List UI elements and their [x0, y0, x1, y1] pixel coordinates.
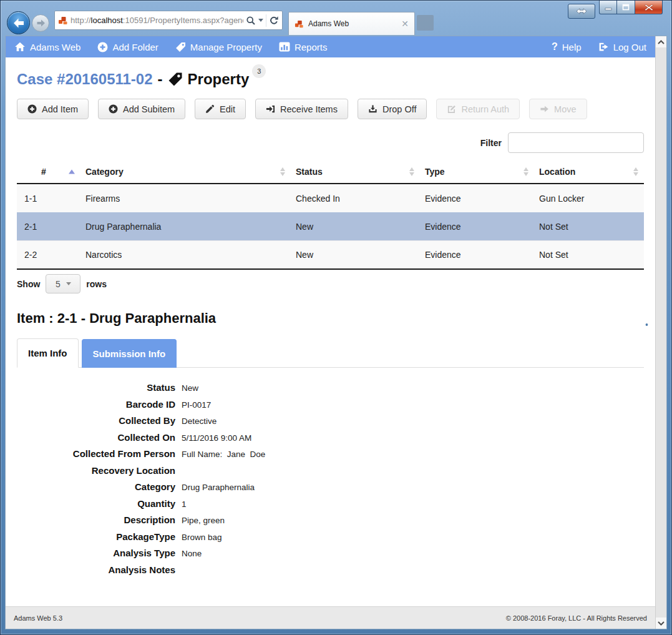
rows-per-page-value: 5: [56, 279, 61, 289]
vertical-scrollbar[interactable]: [655, 36, 666, 629]
add-item-button[interactable]: Add Item: [17, 99, 89, 119]
address-bar-divider: [266, 14, 266, 27]
chevron-up-icon: [658, 40, 665, 44]
scroll-down-button[interactable]: [656, 618, 666, 629]
compatibility-view-button[interactable]: [568, 4, 595, 19]
app-version-text: Adams Web 5.3: [14, 614, 62, 622]
chevron-down-icon: [66, 282, 71, 285]
minimize-button[interactable]: [599, 1, 617, 14]
item-count-badge: 3: [252, 64, 266, 78]
tab-submission-info[interactable]: Submission Info: [82, 339, 177, 368]
detail-row: Collected On 5/11/2016 9:00 AM: [17, 432, 644, 443]
address-dropdown-caret[interactable]: [258, 19, 263, 22]
button-label: Edit: [220, 104, 235, 114]
filter-row: Filter: [17, 132, 644, 153]
table-body: 1-1 Firearms Checked In Evidence Gun Loc…: [17, 184, 644, 270]
navbar-item-label: Manage Property: [190, 42, 262, 52]
detail-label: Collected From Person: [17, 448, 175, 459]
new-tab-stub[interactable]: [417, 15, 434, 31]
rows-per-page-select[interactable]: 5: [46, 274, 80, 293]
refresh-icon[interactable]: [269, 16, 279, 26]
maximize-icon: [622, 4, 630, 11]
table-row[interactable]: 1-1 Firearms Checked In Evidence Gun Loc…: [17, 184, 644, 212]
tab-item-info[interactable]: Item Info: [17, 338, 79, 368]
detail-label: Category: [17, 481, 175, 492]
button-label: Move: [554, 104, 576, 114]
page-title: Case #20160511-02 - Property 3: [17, 71, 644, 88]
back-button[interactable]: [7, 11, 30, 34]
tab-favicon: [295, 19, 304, 29]
navbar-item-reports[interactable]: Reports: [279, 42, 328, 52]
detail-label: PackageType: [17, 531, 175, 542]
receive-items-button[interactable]: Receive Items: [255, 99, 348, 119]
address-url[interactable]: http://localhost:10591/PropertyItems.asp…: [71, 16, 243, 25]
filter-label: Filter: [480, 138, 502, 148]
detail-label: Description: [17, 514, 175, 525]
item-details-panel: Status New Barcode ID PI-0017 Collected …: [17, 382, 644, 581]
column-header-status[interactable]: Status: [291, 160, 420, 183]
return-auth-button: Return Auth: [436, 99, 520, 119]
detail-row: Category Drug Paraphernalia: [17, 481, 644, 492]
detail-row: Analysis Notes: [17, 564, 644, 575]
column-header-number[interactable]: #: [17, 160, 80, 183]
left-right-arrow-icon: [576, 7, 587, 15]
detail-value: Brown bag: [182, 533, 222, 542]
add-subitem-button[interactable]: Add Subitem: [98, 99, 185, 119]
detail-label: Status: [17, 382, 175, 393]
navbar-brand[interactable]: Adams Web: [14, 42, 80, 52]
gear-icon[interactable]: [641, 319, 653, 330]
item-heading: Item : 2-1 - Drug Paraphernalia: [17, 310, 644, 327]
detail-value: 5/11/2016 9:00 AM: [182, 433, 251, 443]
navbar-item-label: Add Folder: [112, 42, 158, 52]
detail-row: Collected By Detective: [17, 415, 644, 426]
button-label: Return Auth: [461, 104, 509, 114]
minimize-icon: [605, 4, 612, 11]
detail-tabs: Item Info Submission Info: [17, 338, 644, 368]
pencil-icon: [205, 104, 215, 114]
column-header-type[interactable]: Type: [420, 160, 534, 183]
favorites-star-icon[interactable]: [621, 319, 633, 330]
navbar-item-manage-property[interactable]: Manage Property: [175, 42, 262, 52]
detail-row: Collected From Person Full Name: Jane Do…: [17, 448, 644, 459]
navbar-brand-label: Adams Web: [30, 42, 80, 52]
browser-tab[interactable]: Adams Web ✕: [288, 12, 415, 35]
detail-label: Collected By: [17, 415, 175, 426]
detail-value: Pipe, green: [182, 516, 225, 525]
maximize-button[interactable]: [617, 1, 635, 14]
sign-in-arrow-icon: [266, 104, 275, 114]
navbar-item-label: Reports: [295, 42, 328, 52]
address-bar[interactable]: http://localhost:10591/PropertyItems.asp…: [54, 11, 283, 30]
sort-both-icon: [633, 167, 638, 176]
tag-icon: [168, 72, 183, 87]
bar-chart-icon: [279, 42, 290, 52]
forward-button[interactable]: [32, 14, 49, 32]
column-header-category[interactable]: Category: [80, 160, 291, 183]
scroll-up-button[interactable]: [656, 36, 666, 47]
detail-label: Analysis Type: [17, 548, 175, 558]
table-row[interactable]: 2-1 Drug Paraphernalia New Evidence Not …: [17, 212, 644, 240]
case-number-link[interactable]: Case #20160511-02: [17, 71, 153, 88]
detail-row: Quantity 1: [17, 498, 644, 509]
tag-icon: [175, 42, 186, 52]
column-header-location[interactable]: Location: [534, 160, 644, 183]
sort-both-icon: [409, 167, 414, 176]
detail-row: PackageType Brown bag: [17, 531, 644, 542]
browser-window: http://localhost:10591/PropertyItems.asp…: [0, 0, 672, 635]
search-icon[interactable]: [246, 16, 256, 26]
navbar-item-help[interactable]: ? Help: [552, 41, 582, 52]
browser-action-icons: [601, 19, 653, 630]
toolbar: Add Item Add Subitem Edit: [17, 99, 644, 119]
detail-label: Collected On: [17, 432, 175, 443]
title-separator: -: [158, 71, 163, 88]
edit-button[interactable]: Edit: [195, 99, 246, 119]
home-icon[interactable]: [601, 320, 613, 330]
navbar-item-add-folder[interactable]: Add Folder: [97, 42, 158, 52]
close-button[interactable]: [635, 1, 663, 14]
detail-value: None: [182, 549, 202, 558]
detail-row: Analysis Type None: [17, 548, 644, 558]
drop-off-button[interactable]: Drop Off: [358, 99, 427, 119]
table-header-row: # Category Status Type: [17, 160, 644, 184]
tab-close-icon[interactable]: ✕: [401, 19, 409, 28]
drop-off-download-icon: [368, 104, 377, 114]
table-row[interactable]: 2-2 Narcotics New Evidence Not Set: [17, 240, 644, 268]
